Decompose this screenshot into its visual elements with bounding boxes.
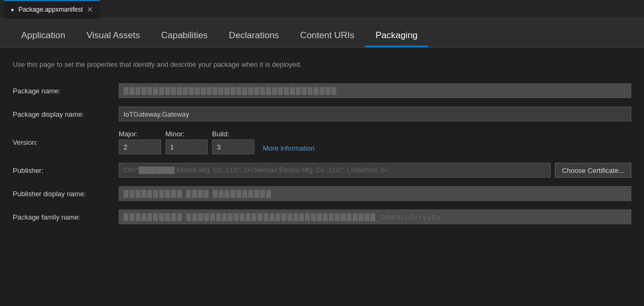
version-major-label: Major: <box>119 130 161 138</box>
version-build-field: Build: <box>212 130 254 154</box>
package-family-name-input[interactable] <box>119 209 631 224</box>
main-content: Use this page to set the properties that… <box>0 48 644 246</box>
tab-capabilities[interactable]: Capabilities <box>151 24 218 47</box>
file-tab[interactable]: ● Package.appxmanifest ✕ <box>4 0 100 19</box>
tab-visual-assets[interactable]: Visual Assets <box>76 24 151 47</box>
package-family-name-field <box>119 209 631 224</box>
publisher-label: Publisher: <box>13 167 119 174</box>
publisher-display-name-label: Publisher display name: <box>13 190 119 198</box>
publisher-row: Publisher: Choose Certificate... <box>13 163 631 178</box>
publisher-display-name-input[interactable] <box>119 186 631 201</box>
package-display-name-field <box>119 107 631 121</box>
version-container: Major: Minor: Build: More information <box>119 130 631 154</box>
tab-packaging[interactable]: Packaging <box>365 24 428 47</box>
package-display-name-label: Package display name: <box>13 110 119 118</box>
more-info-link[interactable]: More information <box>263 144 315 152</box>
version-row: Version: Major: Minor: Build: More infor… <box>13 130 631 154</box>
version-build-input[interactable] <box>212 139 254 154</box>
package-family-name-label: Package family name: <box>13 213 119 221</box>
version-minor-field: Minor: <box>165 130 208 154</box>
package-family-name-row: Package family name: <box>13 209 631 224</box>
version-major-input[interactable] <box>119 139 161 154</box>
package-name-field <box>119 83 631 98</box>
tab-filename: Package.appxmanifest <box>19 6 83 13</box>
title-bar: ● Package.appxmanifest ✕ <box>0 0 644 19</box>
version-field: Major: Minor: Build: More information <box>119 130 631 154</box>
nav-tabs: Application Visual Assets Capabilities D… <box>0 19 644 48</box>
version-build-label: Build: <box>212 130 254 138</box>
publisher-field: Choose Certificate... <box>119 163 631 178</box>
tab-content-uris[interactable]: Content URIs <box>289 24 365 47</box>
page-description: Use this page to set the properties that… <box>13 60 631 68</box>
choose-certificate-button[interactable]: Choose Certificate... <box>555 163 631 178</box>
version-minor-input[interactable] <box>165 139 208 154</box>
tab-modified-icon: ● <box>11 6 14 13</box>
tab-declarations[interactable]: Declarations <box>218 24 290 47</box>
tab-close-button[interactable]: ✕ <box>87 6 93 13</box>
package-display-name-row: Package display name: <box>13 107 631 121</box>
publisher-container: Choose Certificate... <box>119 163 631 178</box>
version-minor-label: Minor: <box>165 130 208 138</box>
package-name-row: Package name: <box>13 83 631 98</box>
publisher-display-name-field <box>119 186 631 201</box>
publisher-input[interactable] <box>119 163 551 178</box>
publisher-display-name-row: Publisher display name: <box>13 186 631 201</box>
package-name-input[interactable] <box>119 83 631 98</box>
version-label: Version: <box>13 138 119 146</box>
version-major-field: Major: <box>119 130 161 154</box>
package-display-name-input[interactable] <box>119 107 631 121</box>
package-name-label: Package name: <box>13 87 119 95</box>
tab-application[interactable]: Application <box>11 24 76 47</box>
